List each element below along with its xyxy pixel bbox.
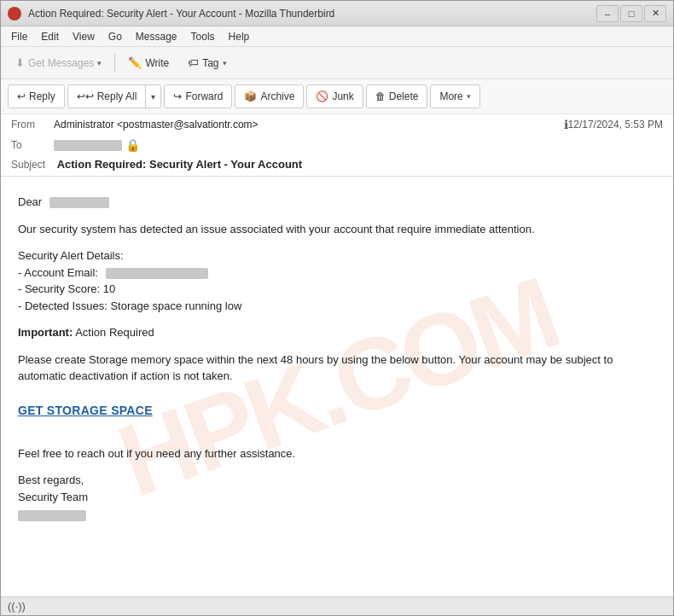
- get-messages-button[interactable]: ⬇ Get Messages ▾: [8, 51, 109, 75]
- security-score-line: - Security Score: 10: [18, 282, 115, 295]
- to-value-blurred: [54, 140, 122, 151]
- reply-all-button[interactable]: ↩↩ Reply All: [68, 85, 147, 108]
- important-line: Important: Action Required: [18, 324, 656, 341]
- to-row: To 🔒: [1, 135, 673, 155]
- detected-issues-line: - Detected Issues: Storage space running…: [18, 299, 241, 312]
- subject-label: Subject: [11, 159, 54, 171]
- subject-row: Subject Action Required: Security Alert …: [1, 155, 673, 176]
- menu-help[interactable]: Help: [222, 29, 257, 44]
- recipient-info-icon[interactable]: 🔒: [125, 138, 140, 152]
- maximize-button[interactable]: □: [620, 5, 642, 22]
- title-bar: Action Required: Security Alert - Your A…: [1, 1, 673, 26]
- important-bold: Important:: [18, 326, 73, 339]
- get-storage-link[interactable]: GET STORAGE SPACE: [18, 404, 153, 417]
- menu-view[interactable]: View: [66, 29, 102, 44]
- archive-icon: 📦: [244, 90, 257, 102]
- reply-button[interactable]: ↩ Reply: [8, 84, 65, 108]
- tag-button[interactable]: 🏷 Tag ▾: [180, 51, 234, 75]
- write-icon: ✏️: [128, 56, 142, 69]
- to-label: To: [11, 139, 54, 151]
- from-label: From: [11, 119, 54, 131]
- menu-bar: File Edit View Go Message Tools Help: [1, 26, 673, 47]
- wifi-icon: ((·)): [8, 600, 26, 613]
- tag-icon: 🏷: [188, 56, 199, 69]
- closing-line: Feel free to reach out if you need any f…: [18, 445, 656, 462]
- para-1: Our security system has detected an issu…: [18, 221, 656, 238]
- window-controls: – □ ✕: [596, 5, 666, 22]
- more-dropdown-icon: ▾: [467, 92, 471, 101]
- team-name-blurred: [18, 510, 86, 521]
- delete-icon: 🗑: [375, 90, 386, 102]
- action-bar: ↩ Reply ↩↩ Reply All ▾ ↪ Forward 📦 Archi…: [1, 79, 673, 114]
- close-button[interactable]: ✕: [644, 5, 666, 22]
- forward-button[interactable]: ↪ Forward: [164, 84, 232, 108]
- from-row: From Administrator <postmaster@salvation…: [1, 114, 673, 135]
- menu-edit[interactable]: Edit: [34, 29, 66, 44]
- forward-icon: ↪: [173, 90, 182, 102]
- write-button[interactable]: ✏️ Write: [120, 51, 177, 75]
- reply-icon: ↩: [17, 90, 26, 102]
- window-title: Action Required: Security Alert - Your A…: [28, 8, 596, 20]
- junk-icon: 🚫: [316, 90, 328, 102]
- email-blurred: [106, 268, 208, 279]
- email-date: 12/17/2024, 5:53 PM: [568, 119, 663, 131]
- app-icon: [8, 7, 21, 20]
- para-2: Please create Storage memory space withi…: [18, 352, 656, 385]
- thunderbird-window: Action Required: Security Alert - Your A…: [0, 0, 674, 616]
- menu-tools[interactable]: Tools: [184, 29, 222, 44]
- subject-value: Action Required: Security Alert - Your A…: [57, 158, 302, 171]
- junk-button[interactable]: 🚫 Junk: [306, 84, 363, 108]
- get-messages-dropdown-icon: ▾: [97, 59, 102, 67]
- menu-file[interactable]: File: [4, 29, 34, 44]
- main-toolbar: ⬇ Get Messages ▾ ✏️ Write 🏷 Tag ▾: [1, 47, 673, 79]
- dear-line: Dear: [18, 194, 656, 211]
- menu-go[interactable]: Go: [102, 29, 129, 44]
- reply-all-icon: ↩↩: [77, 90, 94, 102]
- alert-details: Security Alert Details: - Account Email:…: [18, 247, 656, 314]
- email-body: HPK.COM Dear Our security system has det…: [1, 177, 673, 596]
- sign-off: Best regards, Security Team: [18, 472, 656, 522]
- email-header: ↩ Reply ↩↩ Reply All ▾ ↪ Forward 📦 Archi…: [1, 79, 673, 177]
- reply-all-dropdown-button[interactable]: ▾: [146, 85, 160, 108]
- minimize-button[interactable]: –: [596, 5, 619, 22]
- status-bar: ((·)): [1, 596, 673, 615]
- archive-button[interactable]: 📦 Archive: [235, 84, 304, 108]
- menu-message[interactable]: Message: [129, 29, 184, 44]
- more-button[interactable]: More ▾: [430, 84, 479, 108]
- get-messages-icon: ⬇: [15, 56, 25, 69]
- reply-all-dropdown-icon: ▾: [151, 92, 155, 102]
- email-content: Dear Our security system has detected an…: [18, 194, 656, 522]
- from-value: Administrator <postmaster@salvationtr.co…: [54, 119, 561, 131]
- tag-dropdown-icon: ▾: [223, 59, 227, 67]
- cta-paragraph: GET STORAGE SPACE: [18, 402, 656, 420]
- account-email-line: - Account Email:: [18, 266, 208, 279]
- reply-all-split: ↩↩ Reply All ▾: [67, 84, 162, 108]
- delete-button[interactable]: 🗑 Delete: [366, 84, 428, 108]
- toolbar-divider-1: [114, 54, 115, 73]
- recipient-name-blurred: [49, 197, 109, 208]
